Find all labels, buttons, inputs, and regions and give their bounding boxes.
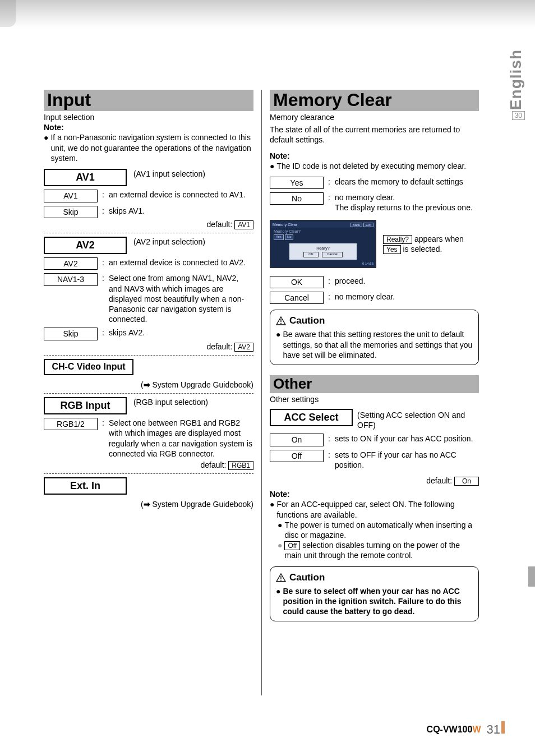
acc-off: Off: [270, 450, 324, 462]
other-note1a: ● The power is turned on automatically w…: [278, 520, 479, 540]
av2-nav: NAV1-3: [44, 273, 98, 285]
av2-skip-desc: skips AV2.: [109, 328, 253, 338]
side-yes-box: Yes: [383, 245, 401, 254]
other-note1a-text: The power is turned on automatically whe…: [284, 520, 479, 540]
default-label: default:: [206, 220, 232, 229]
memory-cancel-desc: no memory clear.: [335, 292, 479, 302]
ext-ref: (➡ System Upgrade Guidebook): [44, 499, 253, 509]
shot-ok: OK: [303, 252, 319, 257]
colon: :: [102, 418, 104, 428]
ext-ref-text: System Upgrade Guidebook): [152, 500, 253, 509]
rgb-value: RGB1/2: [44, 418, 98, 430]
page-header-gradient: [0, 0, 535, 28]
footer-accent-bar: [501, 721, 505, 734]
rgb-desc: Select one between RGB1 and RGB2 with wh…: [109, 418, 253, 459]
side-text1: appears when: [412, 234, 464, 243]
svg-point-3: [280, 579, 282, 580]
colon: :: [328, 276, 330, 286]
acc-on-desc: sets to ON if your car has ACC position.: [335, 434, 479, 444]
bullet-icon: ●: [276, 586, 280, 617]
input-note-label: Note:: [44, 122, 253, 132]
memory-ok-row: OK : proceed.: [270, 276, 479, 288]
colon: :: [328, 177, 330, 187]
svg-point-1: [280, 323, 282, 324]
page-body: Input Input selection Note: ● If a non-P…: [44, 90, 492, 695]
acc-off-row: Off : sets to OFF if your car has no ACC…: [270, 450, 479, 470]
memory-cancel: Cancel: [270, 292, 324, 304]
colon: :: [102, 273, 104, 283]
shot-no: No: [285, 234, 294, 240]
memory-section-header: Memory Clear: [270, 90, 479, 111]
other-note1-text: For an ACC-equipped car, select ON. The …: [276, 499, 479, 519]
av2-nav-desc: Select one from among NAV1, NAV2, and NA…: [109, 273, 253, 324]
other-note-label: Note:: [270, 489, 479, 499]
shot-really: Really?: [292, 246, 354, 251]
page-number: 31: [487, 722, 500, 737]
av2-block: AV2 (AV2 input selection) AV2 : an exter…: [44, 237, 253, 352]
product-code: CQ-VW100W: [427, 725, 481, 735]
av1-skip-desc: skips AV1.: [109, 206, 253, 216]
arrow-icon: ➡: [144, 500, 150, 509]
av1-default-value: AV1: [234, 220, 253, 229]
shot-back: Back: [350, 223, 362, 227]
other-title: Other: [273, 376, 476, 391]
side-really-box: Really?: [383, 235, 412, 244]
memory-title: Memory Clear: [273, 91, 476, 109]
right-column: Memory Clear Memory clearance The state …: [261, 90, 479, 695]
default-label: default:: [200, 460, 226, 469]
av2-value-desc: an external device is connected to AV2.: [109, 257, 253, 268]
other-note1: ● For an ACC-equipped car, select ON. Th…: [270, 499, 479, 519]
language-tab: English: [507, 49, 525, 110]
shot-time: 0 14:56: [271, 262, 375, 266]
chc-block: CH-C Video Input (➡ System Upgrade Guide…: [44, 359, 253, 390]
bullet-icon: ●: [44, 132, 48, 163]
memory-screenshot-row: Memory Clear Back Exit Memory Clear? Yes…: [270, 220, 479, 268]
other-section-header: Other: [270, 375, 479, 393]
acc-header: ACC Select: [270, 409, 353, 426]
memory-side-text: Really? appears when Yes is selected.: [383, 234, 479, 254]
other-caution-row: ● Be sure to select off when your car ha…: [276, 586, 473, 617]
input-note-text: If a non-Panasonic navigation system is …: [50, 132, 253, 163]
memory-no-row: No : no memory clear. The display return…: [270, 192, 479, 213]
av2-paren: (AV2 input selection): [133, 237, 205, 247]
code-orange: W: [472, 725, 481, 734]
colon: :: [102, 206, 104, 216]
colon: :: [102, 190, 104, 200]
arrow-icon: ➡: [144, 380, 150, 389]
input-section-header: Input: [44, 90, 253, 111]
side-text2: is selected.: [401, 245, 442, 253]
memory-no: No: [270, 192, 324, 205]
caution-head: Caution: [276, 315, 473, 327]
chc-ref: (➡ System Upgrade Guidebook): [44, 380, 253, 390]
av1-value: AV1: [44, 190, 98, 202]
note1b-rest: selection disables turning on the power …: [284, 541, 460, 560]
side-marker: [528, 566, 535, 587]
acc-on-row: On : sets to ON if your car has ACC posi…: [270, 434, 479, 446]
memory-ok-desc: proceed.: [335, 276, 479, 286]
shot-exit: Exit: [363, 223, 373, 227]
input-subtitle: Input selection: [44, 112, 253, 122]
caution-title: Caution: [289, 571, 325, 584]
acc-default-value: On: [454, 477, 479, 486]
colon: :: [328, 434, 330, 444]
rgb-header: RGB Input: [44, 397, 127, 414]
memory-caution-text: Be aware that this setting restores the …: [283, 329, 473, 360]
colon: :: [328, 292, 330, 302]
side-page-box: 30: [512, 111, 525, 120]
chc-ref-text: System Upgrade Guidebook): [152, 380, 253, 389]
colon: :: [102, 328, 104, 338]
rgb-default-row: default: RGB1: [44, 460, 253, 470]
acc-on: On: [270, 434, 324, 446]
colon: :: [102, 257, 104, 268]
memory-subtitle: Memory clearance: [270, 112, 479, 122]
av1-skip: Skip: [44, 206, 98, 218]
rgb-paren: (RGB input selection): [133, 397, 208, 407]
memory-no-desc1: no memory clear.: [335, 193, 395, 202]
input-title: Input: [47, 91, 250, 109]
left-column: Input Input selection Note: ● If a non-P…: [44, 90, 261, 695]
caution-icon: [276, 573, 286, 582]
av2-default-row: default: AV2: [44, 342, 253, 352]
bullet-icon: ●: [270, 161, 274, 171]
memory-caution-box: Caution ● Be aware that this setting res…: [270, 310, 479, 365]
note1b-box: Off: [284, 541, 300, 550]
